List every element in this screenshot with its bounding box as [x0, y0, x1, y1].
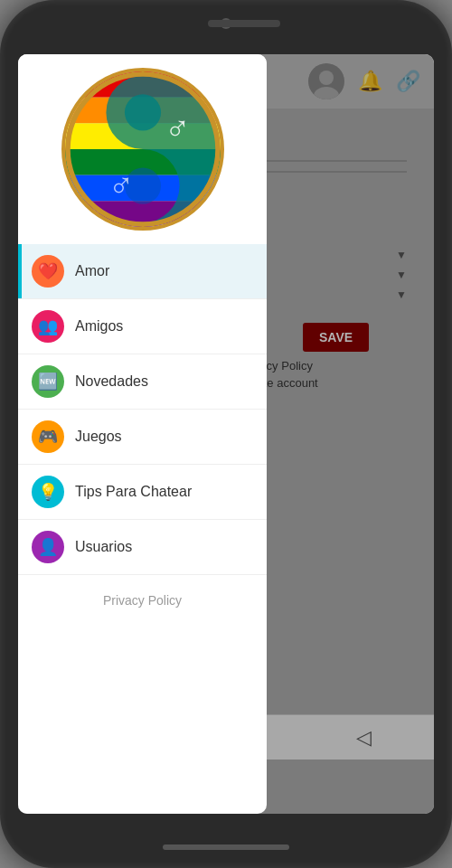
novedades-label: Novedades — [75, 373, 148, 390]
menu-item-juegos[interactable]: 🎮 Juegos — [18, 410, 267, 465]
side-drawer: ♂ ♂ ❤️ Amor 👥 Amigos — [18, 54, 267, 814]
drawer-privacy-policy[interactable]: Privacy Policy — [18, 580, 267, 621]
amigos-icon: 👥 — [32, 310, 64, 343]
drawer-header: ♂ ♂ — [18, 54, 267, 244]
phone-screen: 🔔 🔗 Google ⚙ ▼ ▼ ▼ — [18, 54, 434, 814]
juegos-icon: 🎮 — [32, 420, 64, 453]
amigos-label: Amigos — [75, 318, 123, 335]
usuarios-icon: 👤 — [32, 531, 64, 563]
phone-frame: 🔔 🔗 Google ⚙ ▼ ▼ ▼ — [0, 0, 452, 868]
screen-content: 🔔 🔗 Google ⚙ ▼ ▼ ▼ — [18, 54, 434, 814]
menu-item-usuarios[interactable]: 👤 Usuarios — [18, 520, 267, 575]
svg-point-10 — [124, 94, 160, 130]
tips-icon: 💡 — [32, 476, 64, 508]
menu-item-amigos[interactable]: 👥 Amigos — [18, 299, 267, 354]
novedades-icon: 🆕 — [32, 365, 64, 398]
svg-text:♂: ♂ — [164, 108, 190, 147]
menu-item-novedades[interactable]: 🆕 Novedades — [18, 354, 267, 410]
usuarios-label: Usuarios — [75, 539, 132, 555]
phone-speaker — [208, 20, 280, 27]
amor-icon: ❤️ — [32, 255, 64, 288]
home-indicator — [163, 844, 289, 850]
svg-text:♂: ♂ — [108, 165, 134, 204]
drawer-menu: ❤️ Amor 👥 Amigos 🆕 Novedades 🎮 Juegos — [18, 244, 267, 575]
menu-item-tips[interactable]: 💡 Tips Para Chatear — [18, 465, 267, 520]
juegos-label: Juegos — [75, 429, 122, 445]
app-logo: ♂ ♂ — [61, 68, 224, 231]
amor-label: Amor — [75, 263, 109, 279]
menu-item-amor[interactable]: ❤️ Amor — [18, 244, 267, 299]
tips-label: Tips Para Chatear — [75, 484, 192, 500]
